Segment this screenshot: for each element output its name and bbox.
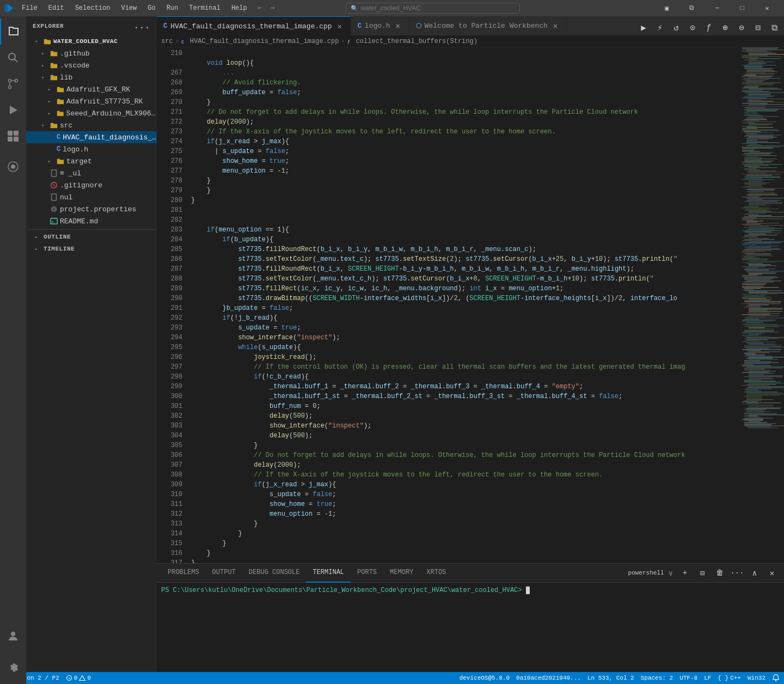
sidebar-item-src[interactable]: ▾ src — [26, 119, 157, 131]
code-text[interactable]: void loop(){ ... // Avoid flickering. bu… — [187, 47, 740, 563]
menu-file[interactable]: File — [17, 3, 42, 13]
sidebar-item-project-properties[interactable]: ▸ project.properties — [26, 203, 157, 215]
status-device-os[interactable]: deviceOS@5.8.0 — [460, 674, 510, 682]
status-line-ending[interactable]: LF — [704, 674, 711, 682]
minimize-button[interactable]: ─ — [705, 0, 730, 16]
sidebar-item-vscode[interactable]: ▸ .vscode — [26, 59, 157, 71]
split-terminal-button[interactable]: ⊟ — [695, 565, 710, 581]
sidebar-item-nul[interactable]: ▸ nul — [26, 191, 157, 203]
status-language[interactable]: { } C++ — [718, 674, 741, 682]
menu-terminal[interactable]: Terminal — [185, 3, 225, 13]
sidebar-item-readme[interactable]: ▸ M README.md — [26, 215, 157, 227]
layout-toolbar-button[interactable]: ⧉ — [767, 20, 782, 35]
tile-button-2[interactable]: ⧉ — [679, 0, 705, 16]
activity-explorer[interactable] — [0, 19, 26, 45]
maximize-button[interactable]: □ — [730, 0, 755, 16]
panel-tab-memory[interactable]: MEMORY — [383, 564, 420, 583]
function-toolbar-button[interactable]: ƒ — [701, 20, 716, 35]
menu-run[interactable]: Run — [162, 3, 183, 13]
sidebar-item-adafruit-gfx[interactable]: ▸ Adafruit_GFX_RK — [26, 83, 157, 95]
status-spaces[interactable]: Spaces: 2 — [641, 674, 673, 682]
sidebar-project-label: WATER_COOLED_HVAC — [53, 38, 118, 45]
status-notifications[interactable] — [772, 674, 780, 682]
panel-tab-xrtos[interactable]: XRTOS — [420, 564, 452, 583]
activity-search[interactable] — [0, 45, 26, 71]
breadcrumb-src[interactable]: src — [161, 38, 173, 45]
remove-toolbar-button[interactable]: ⊖ — [734, 20, 749, 35]
sidebar-item-target[interactable]: ▸ target — [26, 155, 157, 167]
tab-close-button[interactable]: ✕ — [394, 22, 402, 30]
activity-particle[interactable] — [0, 154, 26, 180]
svg-text:✕: ✕ — [68, 676, 71, 681]
status-hash[interactable]: 0a10aced2021949... — [516, 674, 581, 682]
sidebar-item-github[interactable]: ▸ .github — [26, 47, 157, 59]
tile-button-1[interactable]: ▣ — [654, 0, 679, 16]
tab-close-button[interactable]: ✕ — [335, 22, 344, 30]
split-toolbar-button[interactable]: ⊟ — [750, 20, 765, 35]
run-toolbar-button[interactable]: ▶ — [636, 20, 651, 35]
status-errors[interactable]: ✕ 0 0 — [66, 675, 91, 681]
tab-logo-h[interactable]: C logo.h ✕ — [351, 16, 409, 35]
sidebar-item-hvac-cpp[interactable]: ▸ C HVAC_fault_diagnosis_thermal_image.c… — [26, 131, 157, 143]
sidebar-item-project[interactable]: ▾ WATER_COOLED_HVAC — [26, 35, 157, 47]
menu-help[interactable]: Help — [227, 3, 252, 13]
folder-icon — [57, 109, 64, 117]
svg-line-15 — [52, 184, 55, 186]
tab-close-button[interactable]: ✕ — [551, 22, 560, 30]
cpp-file-icon: C — [57, 133, 60, 141]
more-terminal-button[interactable]: ··· — [730, 565, 745, 581]
activity-run-debug[interactable] — [0, 97, 26, 123]
add-toolbar-button[interactable]: ⊕ — [718, 20, 733, 35]
sidebar-item-lib[interactable]: ▾ lib — [26, 71, 157, 83]
panel-tab-problems[interactable]: PROBLEMS — [161, 564, 206, 583]
editor-area: C HVAC_fault_diagnosis_thermal_image.cpp… — [157, 16, 784, 672]
device-os-label: deviceOS@5.8.0 — [460, 675, 510, 681]
sidebar-timeline[interactable]: ▸ TIMELINE — [26, 243, 157, 255]
breadcrumb-file[interactable]: HVAC_fault_diagnosis_thermal_image.cpp — [190, 38, 339, 45]
kill-terminal-button[interactable]: 🗑 — [712, 565, 727, 581]
title-search-bar[interactable]: 🔍 — [346, 3, 520, 14]
stop-toolbar-button[interactable]: ⊙ — [685, 20, 700, 35]
activity-extensions[interactable] — [0, 123, 26, 149]
close-panel-button[interactable]: ✕ — [764, 565, 780, 581]
sidebar-item-gitignore[interactable]: ▸ .gitignore — [26, 179, 157, 191]
compile-toolbar-button[interactable]: ↺ — [669, 20, 684, 35]
breadcrumb-function[interactable]: collect_thermal_buffers(String) — [356, 38, 477, 45]
sidebar-item-seeed[interactable]: ▸ Seeed_Arduino_MLX9064x — [26, 107, 157, 119]
tab-hvac-cpp[interactable]: C HVAC_fault_diagnosis_thermal_image.cpp… — [157, 16, 351, 35]
panel-tab-terminal[interactable]: TERMINAL — [306, 564, 351, 583]
flash-toolbar-button[interactable]: ⚡ — [652, 20, 667, 35]
sidebar-item-logo-h[interactable]: ▸ C logo.h — [26, 143, 157, 155]
activity-account[interactable] — [0, 623, 26, 649]
panel-tab-ports[interactable]: PORTS — [351, 564, 383, 583]
nav-forward-button[interactable]: → — [268, 2, 277, 14]
menu-go[interactable]: Go — [143, 3, 160, 13]
title-search-input[interactable] — [360, 4, 515, 12]
sidebar-outline[interactable]: ▸ OUTLINE — [26, 231, 157, 243]
panel-tab-output[interactable]: OUTPUT — [206, 564, 242, 583]
nav-back-button[interactable]: ← — [256, 2, 264, 14]
activity-settings[interactable] — [0, 654, 26, 680]
code-editor[interactable]: 210 ··· 267 268 269 270 271 272 273 274 … — [157, 47, 784, 563]
svg-rect-6 — [8, 131, 13, 136]
menu-view[interactable]: View — [117, 3, 141, 13]
tab-welcome[interactable]: ⬡ Welcome to Particle Workbench ✕ — [409, 16, 567, 35]
status-position[interactable]: Ln 533, Col 2 — [587, 674, 634, 682]
sidebar-item-ul[interactable]: ▸ ≡ _ul — [26, 167, 157, 179]
sidebar-item-label: .vscode — [60, 62, 90, 70]
sidebar-item-adafruit-st7735[interactable]: ▸ Adafruit_ST7735_RK — [26, 95, 157, 107]
new-terminal-button[interactable]: + — [677, 565, 693, 581]
git-file-icon — [50, 181, 58, 189]
close-button[interactable]: ✕ — [755, 0, 780, 16]
menu-edit[interactable]: Edit — [44, 3, 69, 13]
chevron-up-icon[interactable]: ∧ — [747, 565, 762, 581]
status-encoding[interactable]: UTF-8 — [679, 674, 697, 682]
panel-tab-debug[interactable]: DEBUG CONSOLE — [242, 564, 307, 583]
menu-selection[interactable]: Selection — [71, 3, 115, 13]
svg-text:M: M — [52, 221, 54, 224]
sidebar-more-button[interactable]: ... — [134, 21, 150, 31]
status-platform[interactable]: Win32 — [748, 674, 765, 682]
chevron-right-icon: ▸ — [35, 234, 41, 240]
terminal-content[interactable]: PS C:\Users\kutlu\OneDrive\Documents\Par… — [157, 583, 784, 672]
activity-source-control[interactable] — [0, 71, 26, 97]
